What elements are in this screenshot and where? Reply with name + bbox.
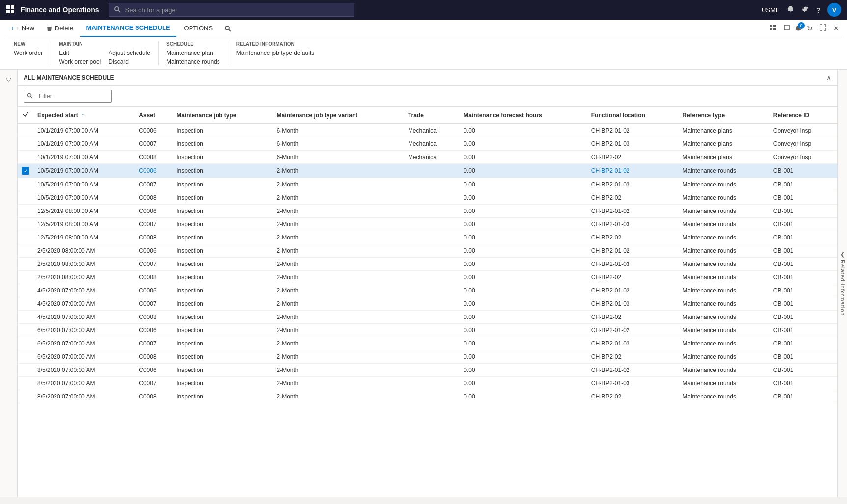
asset-link[interactable]: C0006 — [139, 167, 156, 174]
table-body: 10/1/2019 07:00:00 AMC0006Inspection6-Mo… — [18, 124, 837, 403]
row-check-cell[interactable] — [18, 258, 33, 271]
row-check-cell[interactable] — [18, 218, 33, 231]
avatar[interactable]: V — [827, 3, 841, 17]
table-row[interactable]: 4/5/2020 07:00:00 AMC0006Inspection2-Mon… — [18, 284, 837, 297]
table-row[interactable]: 8/5/2020 07:00:00 AMC0008Inspection2-Mon… — [18, 390, 837, 403]
table-row[interactable]: 8/5/2020 07:00:00 AMC0006Inspection2-Mon… — [18, 364, 837, 377]
ribbon-close-icon[interactable]: ✕ — [831, 24, 841, 33]
filter-sidebar-icon[interactable]: ▽ — [6, 76, 11, 83]
table-row[interactable]: 12/5/2019 08:00:00 AMC0006Inspection2-Mo… — [18, 205, 837, 218]
row-check-cell[interactable] — [18, 377, 33, 390]
table-row[interactable]: 2/5/2020 08:00:00 AMC0006Inspection2-Mon… — [18, 244, 837, 258]
right-sidebar[interactable]: ❮ Related information — [837, 70, 847, 497]
row-check-cell[interactable] — [18, 311, 33, 324]
row-check-cell[interactable] — [18, 390, 33, 403]
table-row[interactable]: 6/5/2020 07:00:00 AMC0008Inspection2-Mon… — [18, 350, 837, 364]
table-row[interactable]: 12/5/2019 08:00:00 AMC0007Inspection2-Mo… — [18, 218, 837, 231]
row-asset: C0006 — [135, 284, 172, 297]
col-expected-start[interactable]: Expected start ↑ — [33, 107, 135, 124]
ribbon-item-maintenance-plan[interactable]: Maintenance plan — [166, 50, 220, 56]
row-job-type-variant: 6-Month — [273, 151, 404, 164]
col-reference-type[interactable]: Reference type — [679, 107, 769, 124]
table-row[interactable]: 2/5/2020 08:00:00 AMC0008Inspection2-Mon… — [18, 271, 837, 284]
row-check-cell[interactable]: ✓ — [18, 164, 33, 178]
table-container[interactable]: Expected start ↑ Asset Maintenance job t… — [18, 107, 837, 497]
table-row[interactable]: 10/1/2019 07:00:00 AMC0008Inspection6-Mo… — [18, 151, 837, 164]
bell-icon[interactable] — [787, 5, 794, 15]
section-title: ALL MAINTENANCE SCHEDULE — [24, 74, 114, 81]
row-check-cell[interactable] — [18, 137, 33, 151]
help-icon[interactable]: ? — [816, 6, 820, 14]
section-collapse-icon[interactable]: ∧ — [826, 74, 831, 81]
col-functional-location[interactable]: Functional location — [587, 107, 679, 124]
ribbon-item-work-order-pool[interactable]: Work order pool — [59, 58, 101, 65]
table-row[interactable]: 6/5/2020 07:00:00 AMC0006Inspection2-Mon… — [18, 324, 837, 337]
ribbon-tab-new[interactable]: + + New — [6, 20, 39, 37]
table-row[interactable]: 4/5/2020 07:00:00 AMC0008Inspection2-Mon… — [18, 311, 837, 324]
row-check-cell[interactable] — [18, 324, 33, 337]
filter-input-wrapper[interactable] — [24, 90, 112, 103]
ribbon-refresh-icon[interactable]: ↻ — [805, 24, 815, 33]
table-row[interactable]: 4/5/2020 07:00:00 AMC0007Inspection2-Mon… — [18, 297, 837, 311]
right-sidebar-chevron[interactable]: ❮ — [840, 251, 845, 258]
row-check-cell[interactable] — [18, 364, 33, 377]
row-check-cell[interactable] — [18, 297, 33, 311]
row-check-cell[interactable] — [18, 271, 33, 284]
row-check-cell[interactable] — [18, 191, 33, 205]
ribbon-tab-delete[interactable]: Delete — [41, 20, 79, 37]
table-row[interactable]: 10/5/2019 07:00:00 AMC0008Inspection2-Mo… — [18, 191, 837, 205]
row-check-cell[interactable] — [18, 244, 33, 258]
row-expected-start: 2/5/2020 08:00:00 AM — [33, 244, 135, 258]
ribbon-item-discard[interactable]: Discard — [109, 58, 150, 65]
filter-input[interactable] — [36, 93, 105, 100]
row-job-type: Inspection — [172, 364, 273, 377]
table-row[interactable]: 10/5/2019 07:00:00 AMC0007Inspection2-Mo… — [18, 178, 837, 191]
row-check-cell[interactable] — [18, 337, 33, 350]
row-check-cell[interactable] — [18, 151, 33, 164]
row-trade: Mechanical — [404, 124, 460, 137]
functional_location-link[interactable]: CH-BP2-01-02 — [591, 167, 630, 174]
gear-icon[interactable] — [801, 5, 809, 15]
row-forecast-hours: 0.00 — [460, 258, 587, 271]
apps-icon[interactable] — [6, 5, 15, 15]
col-forecast-hours[interactable]: Maintenance forecast hours — [460, 107, 587, 124]
ribbon-grid-icon[interactable] — [767, 23, 778, 33]
row-expected-start: 6/5/2020 07:00:00 AM — [33, 350, 135, 364]
table-row[interactable]: 6/5/2020 07:00:00 AMC0007Inspection2-Mon… — [18, 337, 837, 350]
ribbon-item-maintenance-rounds[interactable]: Maintenance rounds — [166, 58, 220, 65]
row-check-cell[interactable] — [18, 178, 33, 191]
table-row[interactable]: 12/5/2019 08:00:00 AMC0008Inspection2-Mo… — [18, 231, 837, 244]
search-bar[interactable]: Search for a page — [109, 3, 354, 17]
col-trade[interactable]: Trade — [404, 107, 460, 124]
col-reference-id[interactable]: Reference ID — [769, 107, 837, 124]
ribbon-item-work-order[interactable]: Work order — [14, 50, 43, 56]
row-trade — [404, 337, 460, 350]
row-job-type: Inspection — [172, 178, 273, 191]
col-asset[interactable]: Asset — [135, 107, 172, 124]
ribbon-tab-maintenance-schedule[interactable]: MAINTENANCE SCHEDULE — [80, 20, 176, 37]
ribbon-item-edit[interactable]: Edit — [59, 50, 101, 56]
row-check-cell[interactable] — [18, 231, 33, 244]
notification-badge-wrapper[interactable]: 0 — [795, 25, 802, 32]
ribbon-item-adjust-schedule[interactable]: Adjust schedule — [109, 50, 150, 56]
row-functional-location: CH-BP2-01-03 — [587, 178, 679, 191]
table-row[interactable]: 10/1/2019 07:00:00 AMC0006Inspection6-Mo… — [18, 124, 837, 137]
col-job-type-variant[interactable]: Maintenance job type variant — [273, 107, 404, 124]
table-row[interactable]: 8/5/2020 07:00:00 AMC0007Inspection2-Mon… — [18, 377, 837, 390]
ribbon-window-icon[interactable] — [781, 23, 792, 33]
table-row[interactable]: 10/1/2019 07:00:00 AMC0007Inspection6-Mo… — [18, 137, 837, 151]
ribbon-item-job-type-defaults[interactable]: Maintenance job type defaults — [236, 50, 314, 56]
table-row[interactable]: 2/5/2020 08:00:00 AMC0007Inspection2-Mon… — [18, 258, 837, 271]
table-row[interactable]: ✓10/5/2019 07:00:00 AMC0006Inspection2-M… — [18, 164, 837, 178]
col-job-type[interactable]: Maintenance job type — [172, 107, 273, 124]
ribbon-tab-options[interactable]: OPTIONS — [178, 20, 219, 37]
row-job-type-variant: 6-Month — [273, 137, 404, 151]
ribbon-fullscreen-icon[interactable] — [818, 23, 828, 33]
row-check-cell[interactable] — [18, 124, 33, 137]
ribbon-search-icon[interactable] — [220, 20, 235, 37]
content-area: ALL MAINTENANCE SCHEDULE ∧ — [18, 70, 837, 497]
row-check-cell[interactable] — [18, 284, 33, 297]
row-trade — [404, 390, 460, 403]
row-check-cell[interactable] — [18, 205, 33, 218]
row-check-cell[interactable] — [18, 350, 33, 364]
